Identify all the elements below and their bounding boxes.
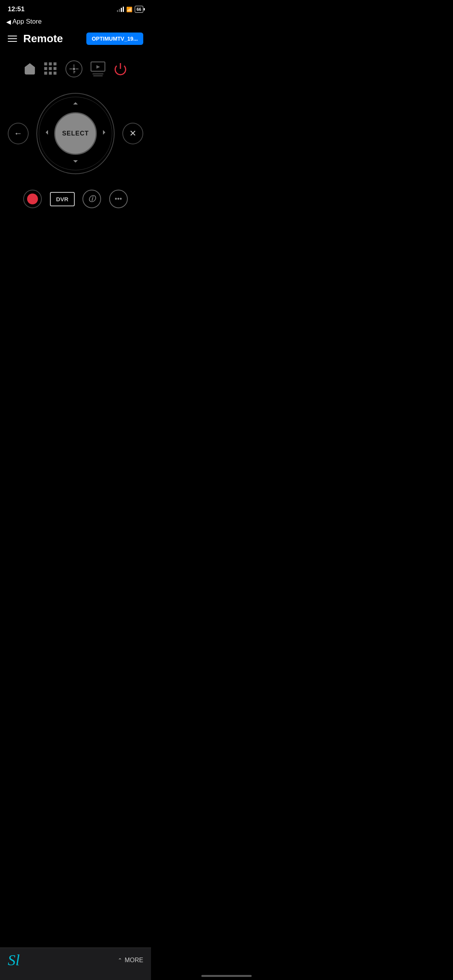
back-arrow-icon: ◀ xyxy=(6,18,11,26)
menu-line-3 xyxy=(8,41,17,42)
dpad-left-button[interactable] xyxy=(43,128,52,139)
header-left: Remote xyxy=(8,33,63,45)
guide-dot-3: 3 xyxy=(53,62,57,65)
guide-dot-5: 5 xyxy=(49,67,52,70)
record-dot-icon xyxy=(27,194,38,204)
guide-dot-9: 9 xyxy=(53,72,57,75)
back-nav-button[interactable]: ← xyxy=(8,123,29,144)
menu-button[interactable] xyxy=(8,36,17,42)
guide-dot-1: 1 xyxy=(44,62,47,65)
device-selector[interactable]: OPTIMUMTV_19... xyxy=(86,33,143,45)
more-dots-icon: ••• xyxy=(115,195,122,203)
back-button[interactable]: ◀ App Store xyxy=(6,18,42,26)
tv-base xyxy=(93,75,103,76)
signal-icon xyxy=(117,7,124,12)
guide-dot-8: 8 xyxy=(49,72,52,75)
close-button[interactable]: ✕ xyxy=(122,123,143,144)
info-button[interactable]: ⓘ xyxy=(82,190,101,208)
menu-line-1 xyxy=(8,36,17,36)
guide-dot-4: 4 xyxy=(44,67,47,70)
top-controls-row: 1 2 3 4 5 6 7 8 9 ▶ xyxy=(8,57,143,89)
status-time: 12:51 xyxy=(8,5,24,13)
record-button[interactable] xyxy=(23,190,42,208)
status-icons: 📶 66 xyxy=(117,6,143,13)
dpad-down-button[interactable] xyxy=(71,156,80,168)
dpad-circle: SELECT xyxy=(36,93,115,174)
tv-input-button[interactable]: ▶ xyxy=(91,62,105,76)
tv-neck xyxy=(93,74,103,74)
guide-dot-7: 7 xyxy=(44,72,47,75)
header: Remote OPTIMUMTV_19... xyxy=(0,29,151,53)
guide-grid: 1 2 3 4 5 6 7 8 9 xyxy=(44,62,57,75)
status-bar: 12:51 📶 66 xyxy=(0,0,151,15)
close-icon: ✕ xyxy=(129,128,136,139)
page-title: Remote xyxy=(23,33,63,45)
back-label: App Store xyxy=(12,18,42,26)
guide-button[interactable]: 1 2 3 4 5 6 7 8 9 xyxy=(44,62,57,75)
more-options-button[interactable]: ••• xyxy=(109,190,128,208)
tv-screen-icon: ▶ xyxy=(91,62,105,72)
guide-dot-2: 2 xyxy=(49,62,52,65)
svg-point-0 xyxy=(72,68,75,70)
home-button[interactable] xyxy=(24,63,36,75)
tv-play-icon: ▶ xyxy=(96,64,100,69)
remote-area: 1 2 3 4 5 6 7 8 9 ▶ xyxy=(0,53,151,212)
back-nav-icon: ← xyxy=(14,128,22,139)
nav-bar: ◀ App Store xyxy=(0,15,151,29)
menu-line-2 xyxy=(8,38,17,39)
info-icon: ⓘ xyxy=(88,194,95,204)
power-button[interactable] xyxy=(113,62,127,76)
action-row: DVR ⓘ ••• xyxy=(8,182,143,212)
bottom-spacer xyxy=(0,212,151,290)
dpad-up-button[interactable] xyxy=(71,99,80,111)
wifi-icon: 📶 xyxy=(126,7,132,12)
directional-button[interactable] xyxy=(65,60,82,77)
battery-icon: 66 xyxy=(135,6,143,13)
guide-dot-6: 6 xyxy=(53,67,57,70)
dpad-right-button[interactable] xyxy=(99,128,108,139)
dvr-button[interactable]: DVR xyxy=(50,192,75,206)
dpad-section: ← SELECT ✕ xyxy=(8,89,143,182)
